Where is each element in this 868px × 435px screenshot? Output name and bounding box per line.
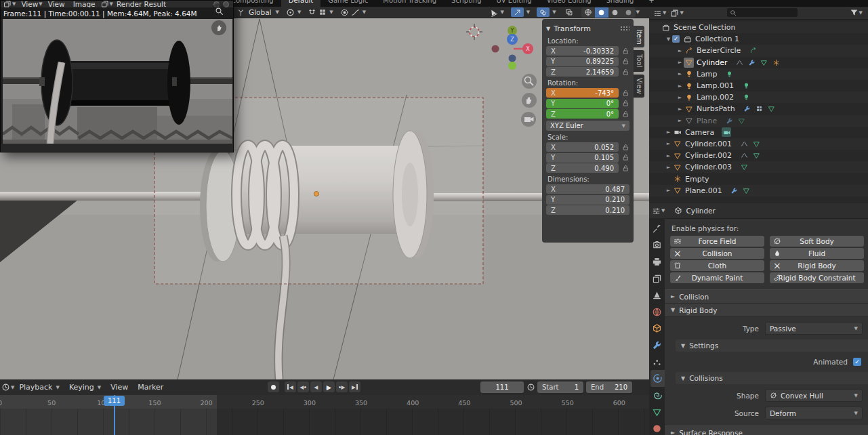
vertex-groups-icon[interactable] xyxy=(755,104,764,114)
frame-end-field[interactable]: End210 xyxy=(586,381,632,393)
drag-grip-icon[interactable] xyxy=(620,26,629,32)
workspace-tab-shading[interactable]: Shading xyxy=(599,0,642,7)
breadcrumb[interactable]: Cylinder xyxy=(674,207,715,215)
expand-arrow-icon[interactable]: ► xyxy=(676,48,684,54)
rigid-body-button[interactable]: ×Rigid Body xyxy=(770,260,864,271)
collection-checkbox[interactable]: ✓ xyxy=(672,35,680,43)
rotation-x-field[interactable]: X-743° xyxy=(546,88,619,98)
outliner-item-cylinder-001[interactable]: ►Cylinder.001 xyxy=(649,138,868,150)
outliner-item-lamp[interactable]: ►Lamp xyxy=(649,68,868,80)
mesh-data-icon[interactable] xyxy=(751,151,761,161)
properties-tab-physics[interactable] xyxy=(650,370,665,387)
camera-data-icon[interactable] xyxy=(722,127,731,137)
sidebar-tab-item[interactable]: Item xyxy=(634,26,644,47)
image-datablock-selector[interactable]: ▼Render Result xyxy=(101,1,167,7)
record-button[interactable] xyxy=(268,381,279,392)
lock-icon[interactable] xyxy=(619,89,629,97)
filter-dropdown[interactable]: ▼ xyxy=(850,8,863,17)
settings-subpanel-header[interactable]: ▼Settings xyxy=(676,339,868,352)
outliner-item-cylinder-003[interactable]: ►Cylinder.003 xyxy=(649,161,868,173)
menu-image[interactable]: Image xyxy=(73,1,96,7)
pivot-point-dropdown[interactable]: ▼ xyxy=(283,8,304,17)
rigid-body-panel-header[interactable]: ▼Rigid Body xyxy=(665,304,868,317)
properties-tab-view-layer[interactable] xyxy=(649,270,665,287)
rotation-y-field[interactable]: Y0° xyxy=(546,99,619,108)
expand-arrow-icon[interactable]: ► xyxy=(676,106,684,112)
frame-start-field[interactable]: Start1 xyxy=(537,381,583,393)
rigid-body-type-dropdown[interactable]: Passive▼ xyxy=(765,322,863,335)
menu-view[interactable]: View xyxy=(110,383,128,392)
rotation-mode-dropdown[interactable]: XYZ Euler▼ xyxy=(546,121,629,131)
outliner-item-beziercircle[interactable]: ►BezierCircle xyxy=(649,45,868,56)
mesh-data-icon[interactable] xyxy=(767,104,777,114)
workspace-tab-motion-tracking[interactable]: Motion Tracking xyxy=(375,0,444,7)
rendered-image[interactable] xyxy=(3,19,232,144)
jump-to-start-button[interactable]: ◀ xyxy=(285,381,296,392)
menu-playback[interactable]: Playback▼ xyxy=(19,383,59,392)
collision-panel-header[interactable]: ►Collision xyxy=(665,289,868,304)
rigid-body-constraint-button[interactable]: Rigid Body Constraint xyxy=(770,272,864,283)
outliner-search[interactable] xyxy=(727,8,798,17)
outliner-item-cylinder[interactable]: ►Cylinder xyxy=(649,57,868,68)
light-data-icon[interactable] xyxy=(725,69,735,79)
collision-shape-dropdown[interactable]: Convex Hull▼ xyxy=(765,389,863,402)
playhead-frame-badge[interactable]: 111 xyxy=(104,396,125,406)
outliner-item-nurbspath[interactable]: ►NurbsPath xyxy=(649,103,868,115)
mesh-data-icon[interactable] xyxy=(739,163,749,172)
xray-toggle[interactable] xyxy=(560,7,579,17)
surface-response-panel-header[interactable]: ►Surface Response xyxy=(665,426,868,435)
outliner-item-lamp-002[interactable]: ►Lamp.002 xyxy=(649,91,868,103)
menu-view[interactable]: View xyxy=(48,1,65,7)
gizmos-toggle[interactable]: ▼ xyxy=(508,7,533,17)
timeline-tracks[interactable] xyxy=(0,409,649,435)
play-button[interactable]: ▶ xyxy=(323,381,335,392)
editor-type-dropdown[interactable]: ▼ xyxy=(3,1,16,7)
pan-gizmo-button[interactable] xyxy=(211,20,226,35)
menu-keying[interactable]: Keying▼ xyxy=(69,383,101,392)
mesh-data-icon[interactable] xyxy=(737,116,746,125)
rotation-z-field[interactable]: Z0° xyxy=(546,109,619,119)
shading-wireframe-button[interactable] xyxy=(581,7,595,18)
workspace-tab-scripting[interactable]: Scripting xyxy=(444,0,489,7)
menu-marker[interactable]: Marker xyxy=(138,383,163,392)
mesh-data-icon[interactable] xyxy=(760,58,769,67)
animation-icon[interactable] xyxy=(739,139,749,148)
scale-x-field[interactable]: X0.052 xyxy=(546,142,619,152)
force-field-button[interactable]: Force Field xyxy=(670,236,764,247)
display-mode-dropdown[interactable]: ▼ xyxy=(670,9,683,18)
light-data-icon[interactable] xyxy=(741,81,751,91)
animation-icon[interactable] xyxy=(739,151,749,161)
modifier-icon[interactable] xyxy=(743,104,752,114)
curve-data-icon[interactable] xyxy=(748,46,758,56)
dimension-y-field[interactable]: Y0.210 xyxy=(546,195,629,205)
properties-tab-object[interactable] xyxy=(649,320,665,337)
outliner-item-empty[interactable]: Empty xyxy=(649,173,868,184)
properties-tab-constraints[interactable] xyxy=(649,387,665,404)
jump-to-end-button[interactable]: ▶ xyxy=(349,381,360,392)
properties-tab-scene[interactable] xyxy=(649,287,665,304)
collision-button[interactable]: ×Collision xyxy=(670,248,764,259)
expand-arrow-icon[interactable]: ► xyxy=(665,165,672,170)
animation-icon[interactable] xyxy=(735,58,745,67)
workspace-tab-uv-editing[interactable]: UV Editing xyxy=(489,0,539,7)
editor-type-dropdown[interactable]: ▼ xyxy=(652,207,665,215)
shading-material-button[interactable] xyxy=(608,7,622,18)
outliner-item-lamp-001[interactable]: ►Lamp.001 xyxy=(649,80,868,91)
location-z-field[interactable]: Z2.14659 xyxy=(546,67,619,77)
expand-arrow-icon[interactable]: ► xyxy=(665,153,672,159)
workspace-tab--[interactable]: + xyxy=(641,0,661,7)
mesh-data-icon[interactable] xyxy=(742,186,751,195)
collision-source-dropdown[interactable]: Deform▼ xyxy=(765,407,863,419)
expand-arrow-icon[interactable]: ► xyxy=(676,60,684,65)
outliner-item-plane-001[interactable]: ►Plane.001 xyxy=(649,185,868,196)
location-x-field[interactable]: X-0.30332 xyxy=(546,46,619,56)
properties-tab-render[interactable] xyxy=(649,237,665,254)
mesh-data-icon[interactable] xyxy=(751,139,761,148)
lock-icon[interactable] xyxy=(619,144,629,151)
expand-arrow-icon[interactable]: ► xyxy=(676,83,684,89)
collisions-subpanel-header[interactable]: ▼Collisions xyxy=(676,372,868,384)
properties-tab-world[interactable] xyxy=(649,304,665,320)
fluid-button[interactable]: Fluid xyxy=(770,248,864,259)
prev-frame-button[interactable]: ◀ xyxy=(310,381,322,392)
overlays-toggle[interactable]: ▼ xyxy=(533,7,559,17)
